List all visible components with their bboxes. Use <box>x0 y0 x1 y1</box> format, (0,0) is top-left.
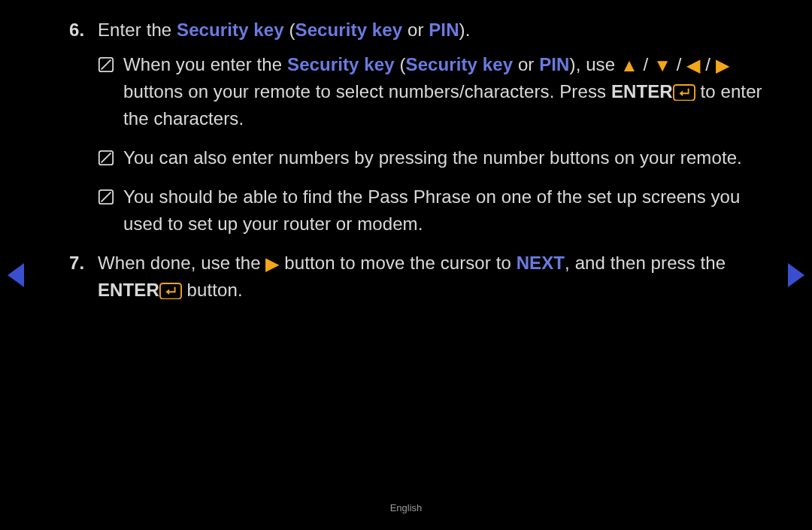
note-body: You should be able to find the Pass Phra… <box>123 183 765 238</box>
svg-line-1 <box>102 60 111 70</box>
page-language-footer: English <box>0 502 812 513</box>
hl-security-key: Security key <box>406 54 514 74</box>
note-icon <box>98 186 123 213</box>
step-body: Enter the Security key (Security key or … <box>98 17 765 44</box>
hl-security-key: Security key <box>295 20 403 40</box>
text: ), use <box>570 54 620 74</box>
step-6: 6. Enter the Security key (Security key … <box>69 17 765 238</box>
note-icon <box>98 53 123 80</box>
step-body: When done, use the ▶ button to move the … <box>98 250 765 304</box>
text: buttons on your remote to select numbers… <box>123 81 611 101</box>
note-icon <box>98 147 123 174</box>
text: ( <box>395 54 406 74</box>
text: When done, use the <box>98 253 265 273</box>
text: ( <box>284 20 295 40</box>
step-6-notes: When you enter the Security key (Securit… <box>98 51 765 238</box>
note-item: You should be able to find the Pass Phra… <box>98 183 765 238</box>
text: or <box>513 54 539 74</box>
manual-page: 6. Enter the Security key (Security key … <box>0 0 812 530</box>
up-arrow-icon: ▲ <box>620 56 638 74</box>
bold-enter: ENTER <box>98 280 159 300</box>
note-item: You can also enter numbers by pressing t… <box>98 144 765 171</box>
note-body: You can also enter numbers by pressing t… <box>123 144 765 171</box>
text: , and then press the <box>565 253 726 273</box>
page-next-arrow[interactable] <box>788 263 804 287</box>
right-arrow-icon: ▶ <box>716 56 729 74</box>
note-item: When you enter the Security key (Securit… <box>98 51 765 132</box>
text: or <box>402 20 429 40</box>
hl-security-key: Security key <box>287 54 395 74</box>
right-arrow-icon: ▶ <box>265 255 279 273</box>
hl-next: NEXT <box>517 253 565 273</box>
step-number: 7. <box>69 250 98 277</box>
instruction-list: 6. Enter the Security key (Security key … <box>69 17 765 304</box>
text: When you enter the <box>123 54 287 74</box>
left-arrow-icon: ◀ <box>686 56 700 74</box>
text: / <box>671 54 686 74</box>
hl-security-key: Security key <box>177 20 284 40</box>
text: / <box>638 54 653 74</box>
page-content: 6. Enter the Security key (Security key … <box>69 17 765 316</box>
text: Enter the <box>98 20 177 40</box>
text: button to move the cursor to <box>280 253 517 273</box>
enter-icon <box>159 280 182 296</box>
text: button. <box>182 280 243 300</box>
svg-line-4 <box>102 153 111 163</box>
text: / <box>700 54 715 74</box>
down-arrow-icon: ▼ <box>653 56 671 74</box>
bold-enter: ENTER <box>611 81 673 101</box>
page-prev-arrow[interactable] <box>8 263 24 287</box>
hl-pin: PIN <box>539 54 569 74</box>
step-7: 7. When done, use the ▶ button to move t… <box>69 250 765 304</box>
hl-pin: PIN <box>429 20 459 40</box>
note-body: When you enter the Security key (Securit… <box>123 51 765 132</box>
text: ). <box>459 20 471 40</box>
step-number: 6. <box>69 17 98 44</box>
enter-icon <box>673 81 695 98</box>
svg-line-6 <box>102 192 111 202</box>
